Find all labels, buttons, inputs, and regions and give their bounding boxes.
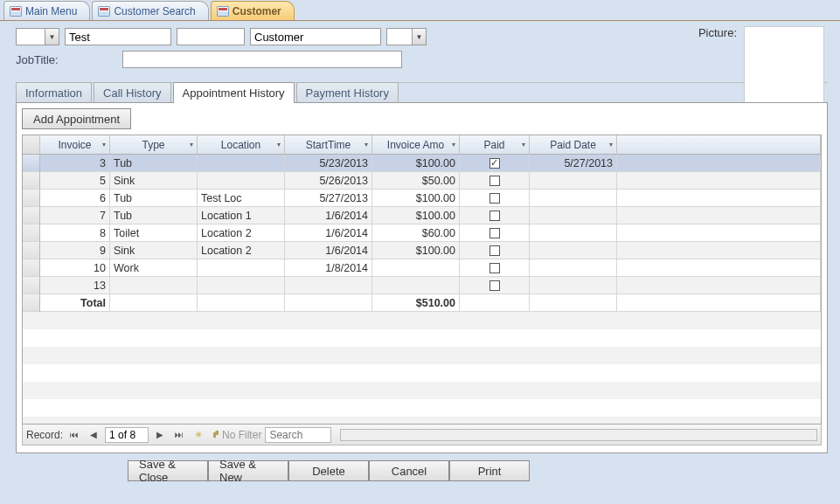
cell-paid[interactable]: [460, 172, 530, 190]
table-row[interactable]: 8ToiletLocation 21/6/2014$60.00: [23, 224, 821, 242]
search-input[interactable]: [265, 427, 331, 443]
checkbox-icon[interactable]: [489, 263, 500, 273]
cell-location[interactable]: [198, 259, 285, 277]
cell-starttime[interactable]: 5/27/2013: [285, 190, 372, 207]
table-row[interactable]: 9SinkLocation 21/6/2014$100.00: [23, 242, 821, 259]
col-paid[interactable]: Paid▾: [460, 135, 530, 155]
cell-type[interactable]: Tub: [110, 155, 198, 172]
cell-paid-date[interactable]: [530, 259, 617, 277]
tab-appointment-history[interactable]: Appointment History: [173, 82, 295, 103]
cell-starttime[interactable]: 1/6/2014: [285, 207, 372, 224]
col-invoice-amount[interactable]: Invoice Amo▾: [372, 135, 460, 155]
prefix-combo[interactable]: ▼: [16, 28, 59, 45]
first-name-field[interactable]: [65, 28, 171, 45]
cell-type[interactable]: Toilet: [110, 224, 198, 242]
cell-starttime[interactable]: 5/23/2013: [285, 155, 372, 172]
record-position-input[interactable]: [105, 427, 149, 443]
row-selector[interactable]: [23, 190, 40, 207]
cell-paid-date[interactable]: 5/27/2013: [530, 155, 617, 172]
delete-button[interactable]: Delete: [288, 460, 369, 481]
col-type[interactable]: Type▾: [110, 135, 198, 155]
row-selector[interactable]: [23, 259, 40, 277]
cell-paid-date[interactable]: [530, 190, 617, 207]
checkbox-icon[interactable]: [489, 228, 500, 238]
cell-starttime[interactable]: 1/8/2014: [285, 259, 372, 277]
row-selector[interactable]: [23, 224, 40, 242]
cell-amount[interactable]: $100.00: [372, 242, 460, 259]
col-paid-date[interactable]: Paid Date▾: [530, 135, 617, 155]
row-selector[interactable]: [23, 207, 40, 224]
doc-tab-customer[interactable]: Customer: [211, 1, 295, 20]
cell-location[interactable]: Test Loc: [198, 190, 285, 207]
col-location[interactable]: Location▾: [198, 135, 285, 155]
no-filter-indicator[interactable]: No Filter: [210, 429, 261, 441]
cell-amount[interactable]: [372, 259, 460, 277]
cell-paid-date[interactable]: [530, 277, 617, 294]
doc-tab-customer-search[interactable]: Customer Search: [92, 1, 208, 20]
chevron-down-icon[interactable]: ▾: [190, 141, 193, 148]
add-appointment-button[interactable]: Add Appointment: [22, 108, 131, 129]
suffix-combo[interactable]: ▼: [386, 28, 427, 45]
table-row[interactable]: 13: [23, 277, 821, 294]
cell-paid-date[interactable]: [530, 242, 617, 259]
cell-paid[interactable]: [460, 242, 530, 259]
checkbox-icon[interactable]: ✓: [489, 158, 500, 169]
cell-amount[interactable]: $100.00: [372, 190, 460, 207]
cell-paid-date[interactable]: [530, 207, 617, 224]
tab-information[interactable]: Information: [16, 82, 92, 103]
doc-tab-main-menu[interactable]: Main Menu: [3, 1, 90, 20]
nav-new-icon[interactable]: ✳: [191, 427, 206, 443]
checkbox-icon[interactable]: [489, 245, 500, 256]
cell-amount[interactable]: [372, 277, 460, 294]
jobtitle-field[interactable]: [122, 51, 402, 68]
chevron-down-icon[interactable]: ▼: [412, 29, 426, 45]
cell-type[interactable]: Work: [110, 259, 198, 277]
chevron-down-icon[interactable]: ▾: [102, 141, 106, 148]
nav-last-icon[interactable]: ⏭: [171, 427, 187, 443]
cell-paid[interactable]: [460, 207, 530, 224]
cell-paid[interactable]: [460, 224, 530, 242]
cell-amount[interactable]: $100.00: [372, 207, 460, 224]
cell-paid[interactable]: [460, 259, 530, 277]
cell-amount[interactable]: $60.00: [372, 224, 460, 242]
cell-type[interactable]: Tub: [110, 190, 198, 207]
cell-location[interactable]: [198, 172, 285, 190]
cell-location[interactable]: Location 2: [198, 224, 285, 242]
nav-first-icon[interactable]: ⏮: [66, 427, 82, 443]
cell-starttime[interactable]: 1/6/2014: [285, 242, 372, 259]
cell-type[interactable]: Sink: [110, 172, 198, 190]
cell-invoice[interactable]: 10: [40, 259, 110, 277]
nav-prev-icon[interactable]: ◀: [86, 427, 101, 443]
chevron-down-icon[interactable]: ▾: [609, 141, 613, 148]
last-name-field[interactable]: [250, 28, 381, 45]
cell-invoice[interactable]: 8: [40, 224, 110, 242]
grid-body[interactable]: 3Tub5/23/2013$100.00✓5/27/20135Sink5/26/…: [23, 155, 821, 424]
cell-location[interactable]: Location 1: [198, 207, 285, 224]
nav-next-icon[interactable]: ▶: [152, 427, 168, 443]
chevron-down-icon[interactable]: ▾: [277, 141, 281, 148]
row-selector[interactable]: [23, 242, 40, 259]
cell-invoice[interactable]: 6: [40, 190, 110, 207]
tab-payment-history[interactable]: Payment History: [296, 82, 399, 103]
row-selector[interactable]: [23, 172, 40, 190]
row-selector-header[interactable]: [23, 135, 40, 155]
cell-type[interactable]: Tub: [110, 207, 198, 224]
checkbox-icon[interactable]: [489, 211, 500, 221]
cell-invoice[interactable]: 5: [40, 172, 110, 190]
cell-paid-date[interactable]: [530, 172, 617, 190]
save-close-button[interactable]: Save & Close: [128, 460, 208, 481]
horizontal-scrollbar[interactable]: [340, 429, 817, 441]
row-selector[interactable]: [23, 155, 40, 172]
table-row[interactable]: 10Work1/8/2014: [23, 259, 821, 277]
table-row[interactable]: 3Tub5/23/2013$100.00✓5/27/2013: [23, 155, 821, 172]
table-row[interactable]: 5Sink5/26/2013$50.00: [23, 172, 821, 190]
cell-location[interactable]: [198, 155, 285, 172]
cell-invoice[interactable]: 9: [40, 242, 110, 259]
chevron-down-icon[interactable]: ▾: [452, 141, 455, 148]
middle-name-field[interactable]: [177, 28, 245, 45]
picture-placeholder[interactable]: [744, 26, 824, 107]
suffix-value[interactable]: [387, 29, 412, 45]
col-starttime[interactable]: StartTime▾: [285, 135, 372, 155]
cell-type[interactable]: [110, 277, 198, 294]
prefix-value[interactable]: [17, 29, 45, 45]
